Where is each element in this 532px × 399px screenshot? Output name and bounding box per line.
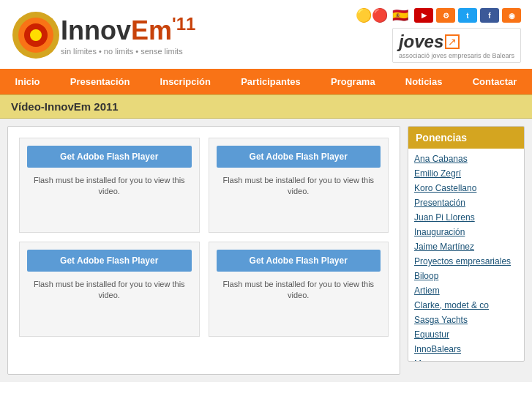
ponencia-item-9[interactable]: Artiem xyxy=(408,283,524,298)
ponencia-item-14[interactable]: More... xyxy=(408,357,524,361)
ponencia-item-1[interactable]: Emilio Zegrí xyxy=(408,166,524,181)
facebook-icon[interactable]: f xyxy=(480,8,499,23)
flash-button-3[interactable]: Get Adobe Flash Player xyxy=(27,250,192,272)
youtube-icon[interactable]: ▶ xyxy=(414,8,433,23)
logo-year: '11 xyxy=(172,14,195,34)
nav-item-inicio[interactable]: Inicio xyxy=(5,69,50,94)
ponencia-item-13[interactable]: InnoBalears xyxy=(408,342,524,357)
video-cell-4: Get Adobe Flash Player Flash must be ins… xyxy=(209,242,389,337)
nav-item-programa[interactable]: Programa xyxy=(321,69,386,94)
logo-text-block: InnovEm'11 sin límites • no limits • sen… xyxy=(61,15,195,56)
video-grid: Get Adobe Flash Player Flash must be ins… xyxy=(19,138,389,337)
sidebar: Ponencias Ana Cabanas Emilio Zegrí Koro … xyxy=(408,126,525,375)
page-title-bar: Vídeo-InnovEm 2011 xyxy=(0,94,532,119)
flash-button-1[interactable]: Get Adobe Flash Player xyxy=(27,146,192,168)
nav-item-noticias[interactable]: Noticias xyxy=(395,69,453,94)
joves-external-icon: ↗ xyxy=(445,34,460,49)
ponencias-header: Ponencias xyxy=(408,127,524,149)
page-title: Vídeo-InnovEm 2011 xyxy=(11,100,521,113)
social-icons: 🟡🔴 🇪🇸 ▶ ⚙ t f ◉ xyxy=(356,7,521,23)
joves-subtitle: associació joves empresaris de Balears xyxy=(399,52,514,59)
ponencia-item-4[interactable]: Juan Pi Llorens xyxy=(408,210,524,225)
header: InnovEm'11 sin límites • no limits • sen… xyxy=(0,0,532,69)
flash-button-4[interactable]: Get Adobe Flash Player xyxy=(217,250,381,272)
flash-message-4: Flash must be installed for you to view … xyxy=(217,279,381,302)
flag-catalan-icon[interactable]: 🟡🔴 xyxy=(356,7,388,23)
header-right: 🟡🔴 🇪🇸 ▶ ⚙ t f ◉ joves ↗ associació joves… xyxy=(356,7,521,63)
ponencia-item-10[interactable]: Clarke, modet & co xyxy=(408,298,524,313)
logo-icon xyxy=(11,10,61,60)
navigation: Inicio Presentación Inscripción Particip… xyxy=(0,69,532,94)
logo-title: InnovEm'11 xyxy=(61,15,195,45)
social-people-icon[interactable]: ⚙ xyxy=(436,8,455,23)
ponencia-item-5[interactable]: Inauguración xyxy=(408,225,524,239)
nav-item-inscripcion[interactable]: Inscripción xyxy=(150,69,221,94)
nav-item-participantes[interactable]: Participantes xyxy=(231,69,311,94)
ponencia-item-7[interactable]: Proyectos empresariales xyxy=(408,254,524,269)
ponencia-item-8[interactable]: Biloop xyxy=(408,269,524,283)
nav-item-presentacion[interactable]: Presentación xyxy=(60,69,141,94)
logo-innov: Innov xyxy=(61,15,131,45)
flash-message-3: Flash must be installed for you to view … xyxy=(27,279,192,302)
flash-message-1: Flash must be installed for you to view … xyxy=(27,175,192,198)
video-cell-3: Get Adobe Flash Player Flash must be ins… xyxy=(19,242,200,337)
joves-logo-content: joves ↗ associació joves empresaris de B… xyxy=(399,31,514,59)
ponencia-item-11[interactable]: Sasga Yachts xyxy=(408,313,524,327)
ponencias-box: Ponencias Ana Cabanas Emilio Zegrí Koro … xyxy=(408,126,525,362)
rss-icon[interactable]: ◉ xyxy=(502,8,521,23)
flash-message-2: Flash must be installed for you to view … xyxy=(217,175,381,198)
twitter-icon[interactable]: t xyxy=(458,8,477,23)
ponencia-item-12[interactable]: Equustur xyxy=(408,327,524,342)
ponencia-item-0[interactable]: Ana Cabanas xyxy=(408,152,524,166)
svg-point-3 xyxy=(30,29,42,41)
video-area: Get Adobe Flash Player Flash must be ins… xyxy=(7,126,400,375)
nav-item-contactar[interactable]: Contactar xyxy=(462,69,528,94)
logo-em: Em xyxy=(131,15,172,45)
video-cell-2: Get Adobe Flash Player Flash must be ins… xyxy=(209,138,389,233)
ponencias-list[interactable]: Ana Cabanas Emilio Zegrí Koro Castellano… xyxy=(408,149,524,361)
joves-logo[interactable]: joves ↗ associació joves empresaris de B… xyxy=(392,28,521,63)
video-cell-1: Get Adobe Flash Player Flash must be ins… xyxy=(19,138,200,233)
logo-area: InnovEm'11 sin límites • no limits • sen… xyxy=(11,10,195,60)
main-content: Get Adobe Flash Player Flash must be ins… xyxy=(0,119,532,382)
ponencia-item-6[interactable]: Jaime Martínez xyxy=(408,239,524,254)
ponencia-item-2[interactable]: Koro Castellano xyxy=(408,181,524,195)
ponencia-item-3[interactable]: Presentación xyxy=(408,195,524,210)
logo-tagline: sin límites • no limits • sense limits xyxy=(61,47,195,56)
joves-title: joves xyxy=(399,31,443,52)
flash-button-2[interactable]: Get Adobe Flash Player xyxy=(217,146,381,168)
flag-spanish-icon[interactable]: 🇪🇸 xyxy=(392,7,408,23)
